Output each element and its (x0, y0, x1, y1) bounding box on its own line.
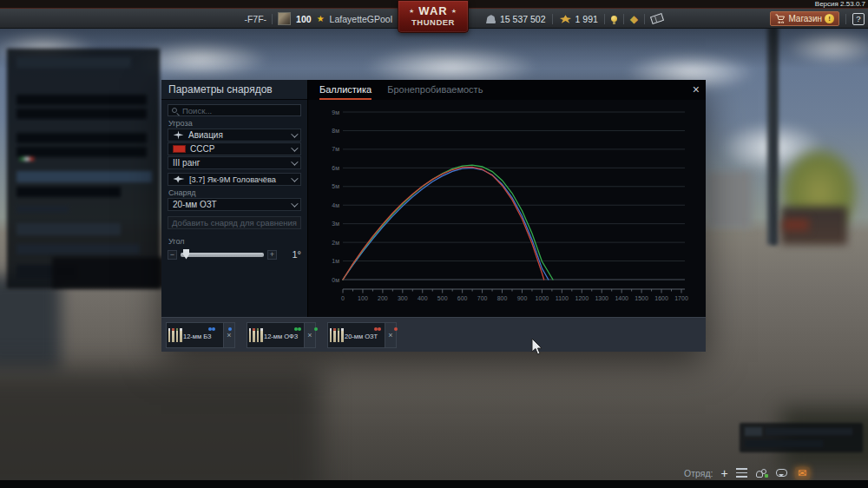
mail-icon[interactable]: ✉ (795, 467, 810, 479)
svg-text:8м: 8м (332, 128, 339, 134)
close-icon[interactable]: × (304, 323, 315, 347)
shell-card[interactable]: 20-мм ОЗТ × (327, 322, 397, 348)
search-input[interactable] (181, 105, 297, 116)
background-structure (0, 276, 61, 372)
shell-parameters-panel: Параметры снарядов Угроза Авиация СССР I… (161, 80, 308, 317)
angle-plus-button[interactable]: + (267, 250, 277, 260)
blurred-row (745, 427, 762, 436)
shell-card-body: 12-мм БЗ (183, 323, 223, 347)
silver-lions-balance[interactable]: 15 537 502 (484, 14, 546, 24)
player-info[interactable]: -F7F- 100 ★ LafayetteGPool (244, 9, 392, 29)
blurred-background-widget (740, 423, 863, 452)
svg-text:1400: 1400 (615, 295, 628, 301)
blurred-row (16, 147, 147, 157)
angle-label: Угол (168, 237, 300, 246)
chevron-down-icon (291, 175, 298, 181)
shell-value: 20-мм ОЗТ (173, 200, 217, 209)
shell-dropdown[interactable]: 20-мм ОЗТ (168, 198, 301, 211)
vehicle-value: [3.7] Як-9М Головачёва (189, 175, 276, 184)
logo-line1: ★ WAR ★ (398, 4, 468, 17)
blurred-row (16, 133, 147, 143)
angle-minus-button[interactable]: − (168, 250, 177, 260)
shell-card-body: 20-мм ОЗТ (345, 323, 385, 347)
svg-text:1200: 1200 (575, 295, 589, 301)
rank-dropdown[interactable]: III ранг (168, 156, 301, 169)
search-input-wrap[interactable] (168, 104, 301, 116)
angle-slider[interactable] (181, 253, 264, 257)
close-icon[interactable]: × (223, 323, 234, 347)
shell-card-name: 12-мм ОФЗ (264, 333, 298, 340)
svg-text:200: 200 (378, 295, 388, 301)
blurred-background-panel (7, 49, 160, 288)
lightbulb-icon[interactable] (611, 16, 617, 22)
threat-label: Угроза (168, 119, 300, 128)
close-icon[interactable]: × (693, 82, 700, 96)
divider (552, 14, 553, 24)
squad-invite-icon[interactable]: + (720, 467, 727, 479)
shop-button-label: Магазин (788, 14, 822, 23)
country-dropdown[interactable]: СССР (168, 142, 301, 155)
golden-eagles-balance[interactable]: 1 991 (559, 14, 598, 24)
golden-eagles-value: 1 991 (575, 14, 598, 24)
logo-thunder-text: THUNDER (398, 17, 468, 27)
top-bar-right: 15 537 502 1 991 ◆ Магазин ! ? (484, 9, 865, 29)
tab-ballistics[interactable]: Баллистика (319, 84, 372, 100)
battle-tasks-icon[interactable] (736, 468, 747, 478)
war-thunder-logo: ★ WAR ★ THUNDER (398, 0, 469, 33)
svg-text:400: 400 (418, 295, 428, 301)
friends-icon[interactable] (755, 468, 768, 478)
cart-icon (775, 14, 786, 23)
war-thunder-screen: Версия 2.53.0.7 -F7F- 100 ★ LafayetteGPo… (0, 0, 868, 488)
country-value: СССР (190, 144, 214, 154)
svg-text:7м: 7м (332, 146, 339, 152)
svg-text:100: 100 (358, 295, 368, 301)
angle-slider-thumb[interactable] (183, 249, 189, 260)
threat-dropdown[interactable]: Авиация (168, 129, 301, 142)
ballistics-panel: Баллистика Бронепробиваемость × 0м1м2м3м… (308, 80, 706, 317)
player-level: 100 (296, 14, 312, 24)
chat-icon[interactable] (776, 469, 787, 477)
ticket-icon[interactable] (650, 13, 664, 24)
svg-text:800: 800 (497, 295, 508, 301)
svg-text:0м: 0м (332, 277, 339, 283)
svg-text:9м: 9м (332, 109, 339, 115)
shell-card-name: 20-мм ОЗТ (345, 333, 378, 340)
svg-text:2м: 2м (332, 240, 339, 246)
trajectory-chart: 0м1м2м3м4м5м6м7м8м9м01002003004005006007… (308, 100, 706, 317)
logo-star-icon: ★ (451, 8, 457, 15)
svg-text:900: 900 (517, 295, 528, 301)
svg-text:1600: 1600 (654, 295, 668, 301)
ussr-flag-icon (173, 145, 186, 153)
squad-bar: Отряд: + ✉ (684, 465, 810, 480)
svg-text:4м: 4м (332, 202, 339, 208)
blurred-row (16, 187, 121, 197)
shell-card[interactable]: 12-мм БЗ × (166, 322, 235, 348)
premium-crate-icon[interactable]: ◆ (630, 14, 638, 24)
chevron-down-icon (291, 144, 298, 151)
svg-text:5м: 5м (332, 183, 339, 189)
add-shell-compare-button[interactable]: Добавить снаряд для сравнения (168, 216, 301, 229)
silver-lions-value: 15 537 502 (500, 14, 546, 24)
shell-card-name: 12-мм БЗ (183, 333, 212, 340)
close-icon[interactable]: × (385, 323, 396, 347)
aircraft-icon (173, 130, 184, 140)
svg-text:1000: 1000 (536, 295, 549, 301)
shell-label: Снаряд (168, 188, 300, 197)
ammo-belt-icon (247, 323, 264, 347)
shell-compare-bar: 12-мм БЗ × 12-мм ОФЗ × 20-мм ОЗТ (161, 317, 706, 352)
blurred-row (16, 244, 140, 254)
svg-text:1700: 1700 (674, 295, 688, 301)
vehicle-dropdown[interactable]: [3.7] Як-9М Головачёва (168, 173, 301, 186)
blurred-row (16, 57, 131, 68)
blurred-row (16, 95, 147, 105)
tab-bar: Баллистика Бронепробиваемость × (308, 80, 706, 100)
shell-card[interactable]: 12-мм ОФЗ × (247, 322, 316, 348)
svg-text:6м: 6м (332, 165, 339, 171)
tab-penetration[interactable]: Бронепробиваемость (387, 84, 483, 100)
player-avatar[interactable] (278, 12, 291, 25)
shell-parameters-modal: Параметры снарядов Угроза Авиация СССР I… (161, 80, 706, 352)
help-button[interactable]: ? (852, 13, 865, 25)
rank-value: III ранг (173, 158, 200, 168)
shop-button[interactable]: Магазин ! (770, 11, 839, 26)
logo-war-text: WAR (418, 4, 447, 17)
